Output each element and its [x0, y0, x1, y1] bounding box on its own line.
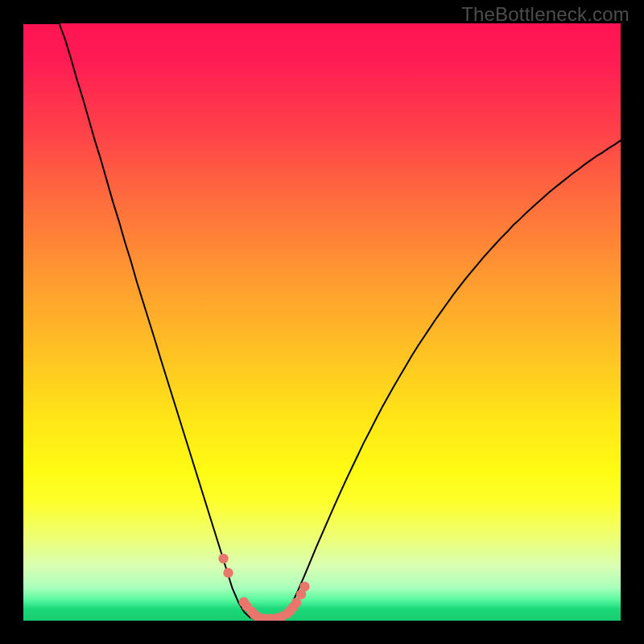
plot-area [23, 23, 621, 621]
curve-layer [23, 23, 621, 621]
data-dot [218, 554, 228, 564]
chart-frame: TheBottleneck.com [0, 0, 644, 644]
data-dot [291, 598, 301, 608]
data-dot [223, 568, 233, 577]
bottleneck-curve [23, 23, 621, 620]
watermark-text: TheBottleneck.com [461, 3, 630, 26]
data-dot [299, 582, 309, 592]
